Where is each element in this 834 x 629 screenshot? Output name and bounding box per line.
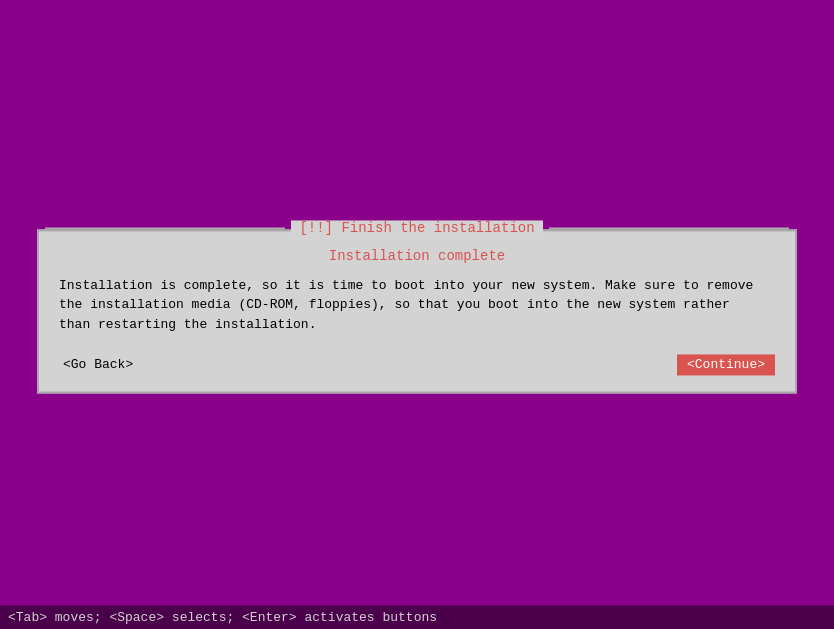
dialog-box: [!!] Finish the installation Installatio… bbox=[37, 229, 797, 394]
dialog-buttons: <Go Back> <Continue> bbox=[55, 354, 779, 375]
message-line2: the installation media (CD-ROM, floppies… bbox=[59, 297, 730, 312]
status-bar: <Tab> moves; <Space> selects; <Enter> ac… bbox=[0, 605, 834, 629]
go-back-button[interactable]: <Go Back> bbox=[59, 355, 137, 374]
installation-message: Installation is complete, so it is time … bbox=[59, 276, 779, 335]
title-line-left bbox=[45, 227, 285, 229]
message-line1: Installation is complete, so it is time … bbox=[59, 278, 753, 293]
dialog-title-bar: [!!] Finish the installation bbox=[39, 220, 795, 236]
dialog-title: [!!] Finish the installation bbox=[291, 220, 542, 236]
terminal-background: [!!] Finish the installation Installatio… bbox=[0, 0, 834, 629]
title-line-right bbox=[549, 227, 789, 229]
continue-button[interactable]: <Continue> bbox=[677, 354, 775, 375]
message-line3: than restarting the installation. bbox=[59, 317, 316, 332]
dialog-content: Installation complete Installation is co… bbox=[39, 244, 795, 392]
dialog-wrapper: [!!] Finish the installation Installatio… bbox=[37, 229, 797, 394]
status-bar-text: <Tab> moves; <Space> selects; <Enter> ac… bbox=[8, 610, 437, 625]
installation-complete-title: Installation complete bbox=[55, 248, 779, 264]
